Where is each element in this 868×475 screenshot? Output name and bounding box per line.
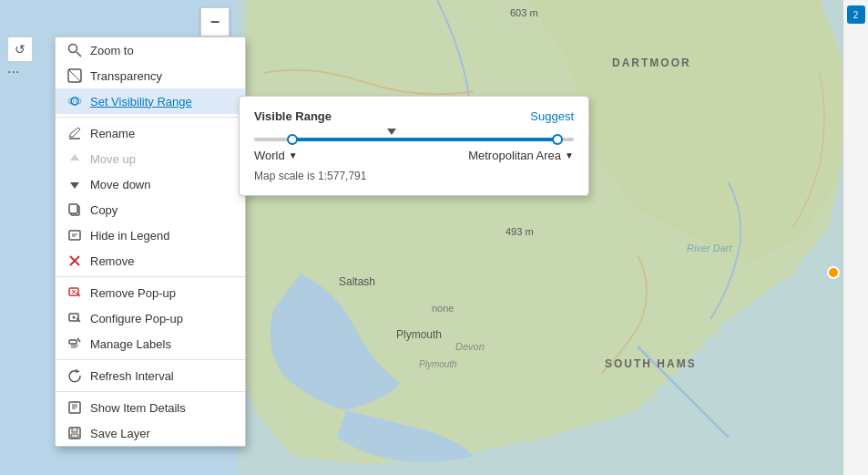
menu-item-remove[interactable]: Remove	[56, 248, 245, 274]
menu-item-remove-popup[interactable]: Remove Pop-up	[56, 280, 245, 305]
menu-item-manage-labels[interactable]: Manage Labels	[56, 331, 245, 356]
menu-item-transparency[interactable]: Transparency	[56, 63, 245, 88]
world-select[interactable]: World ▼	[254, 149, 298, 162]
menu-label-rename: Rename	[90, 127, 135, 140]
svg-line-2	[77, 52, 81, 57]
range-fill	[292, 138, 557, 141]
menu-label-remove-popup: Remove Pop-up	[90, 286, 176, 300]
divider-4	[56, 391, 245, 392]
menu-label-remove: Remove	[90, 254, 134, 268]
metro-area-select-label: Metropolitan Area	[468, 149, 561, 162]
remove-icon	[66, 253, 83, 269]
copy-icon	[66, 201, 83, 218]
zoom-minus-button[interactable]: −	[200, 7, 230, 36]
hide-legend-icon	[66, 227, 83, 243]
divider-1	[56, 117, 245, 118]
zoom-to-icon	[66, 42, 83, 58]
suggest-button[interactable]: Suggest	[530, 109, 574, 123]
map-scale-text: Map scale is 1:577,791	[254, 170, 574, 182]
map-marker	[827, 266, 840, 279]
show-item-details-icon	[66, 399, 83, 416]
svg-rect-32	[72, 428, 77, 432]
menu-label-refresh-interval: Refresh Interval	[90, 369, 174, 383]
metro-area-select[interactable]: Metropolitan Area ▼	[468, 149, 574, 162]
menu-item-move-down[interactable]: Move down	[56, 171, 245, 197]
menu-item-hide-legend[interactable]: Hide in Legend	[56, 222, 245, 248]
undo-button[interactable]: ↺	[7, 36, 33, 62]
configure-popup-icon	[66, 310, 83, 326]
context-menu: Zoom to Transparency Set Visibility Rang…	[55, 36, 246, 447]
menu-label-save-layer: Save Layer	[90, 427, 150, 440]
menu-label-hide-legend: Hide in Legend	[90, 229, 169, 243]
remove-popup-icon	[66, 284, 83, 301]
menu-label-show-item-details: Show Item Details	[90, 401, 186, 415]
range-thumb-left[interactable]	[287, 134, 298, 145]
popup-title: Visible Range	[254, 109, 332, 123]
menu-label-manage-labels: Manage Labels	[90, 337, 171, 351]
manage-labels-icon	[66, 336, 83, 352]
svg-rect-11	[69, 231, 80, 240]
svg-line-24	[77, 338, 80, 342]
menu-label-configure-popup: Configure Pop-up	[90, 312, 183, 325]
set-visibility-icon	[66, 93, 83, 109]
svg-rect-10	[69, 204, 77, 213]
menu-label-move-up: Move up	[90, 152, 136, 166]
more-options-button[interactable]: ···	[7, 64, 33, 80]
divider-2	[56, 276, 245, 277]
world-select-label: World	[254, 149, 285, 162]
menu-label-transparency: Transparency	[90, 69, 162, 83]
range-labels: World ▼ Metropolitan Area ▼	[254, 149, 574, 162]
svg-line-4	[68, 69, 81, 82]
metro-area-select-arrow: ▼	[565, 150, 574, 160]
menu-item-copy[interactable]: Copy	[56, 197, 245, 222]
transparency-icon	[66, 67, 83, 84]
menu-item-rename[interactable]: Rename	[56, 120, 245, 146]
menu-label-move-down: Move down	[90, 178, 150, 191]
right-panel: 2	[842, 0, 868, 475]
menu-label-zoom-to: Zoom to	[90, 44, 134, 57]
refresh-interval-icon	[66, 367, 83, 384]
world-select-arrow: ▼	[289, 150, 298, 160]
visibility-range-popup: Visible Range Suggest World ▼ Metropolit…	[239, 96, 589, 196]
svg-rect-27	[69, 402, 80, 413]
svg-rect-23	[69, 340, 77, 344]
range-current-marker	[387, 129, 396, 135]
menu-item-configure-popup[interactable]: Configure Pop-up	[56, 305, 245, 331]
undo-redo-area: ↺ ···	[7, 36, 33, 80]
svg-point-22	[73, 316, 76, 319]
move-down-icon	[66, 176, 83, 192]
range-slider[interactable]	[254, 138, 574, 141]
divider-3	[56, 359, 245, 360]
menu-item-zoom-to[interactable]: Zoom to	[56, 37, 245, 63]
menu-item-refresh-interval[interactable]: Refresh Interval	[56, 363, 245, 388]
menu-item-save-layer[interactable]: Save Layer	[56, 420, 245, 446]
range-thumb-right[interactable]	[552, 134, 563, 145]
menu-item-show-item-details[interactable]: Show Item Details	[56, 395, 245, 420]
svg-rect-33	[71, 434, 78, 438]
rename-icon	[66, 125, 83, 141]
move-up-icon	[66, 150, 83, 167]
svg-point-1	[69, 45, 77, 53]
menu-item-set-visibility[interactable]: Set Visibility Range	[56, 88, 245, 114]
menu-item-move-up: Move up	[56, 146, 245, 171]
range-track	[254, 138, 574, 141]
menu-label-copy: Copy	[90, 203, 117, 217]
panel-badge[interactable]: 2	[847, 5, 865, 24]
menu-label-set-visibility: Set Visibility Range	[90, 95, 192, 108]
save-layer-icon	[66, 425, 83, 441]
